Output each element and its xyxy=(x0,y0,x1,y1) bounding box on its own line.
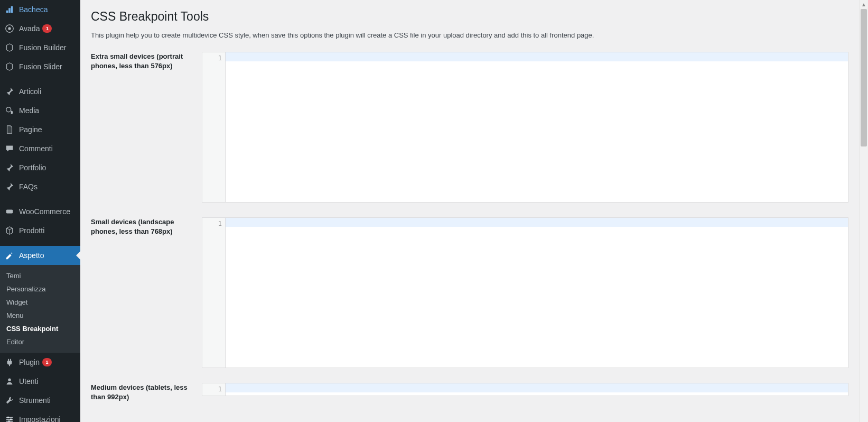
product-icon xyxy=(4,225,15,236)
sidebar-item-pagine[interactable]: Pagine xyxy=(0,120,80,139)
svg-point-9 xyxy=(10,418,12,420)
submenu-item-widget[interactable]: Widget xyxy=(0,296,80,309)
sidebar-item-label: Aspetto xyxy=(19,251,44,260)
sidebar-item-label: Prodotti xyxy=(19,226,44,235)
scroll-down-arrow[interactable]: ▼ xyxy=(860,420,868,422)
svg-point-4 xyxy=(8,379,11,381)
sidebar-item-bacheca[interactable]: Bacheca xyxy=(0,0,80,19)
sidebar-item-label: Commenti xyxy=(19,144,53,153)
sidebar-item-label: Fusion Slider xyxy=(19,62,62,71)
woo-icon xyxy=(4,206,15,217)
pin-icon xyxy=(4,162,15,173)
sidebar-item-label: Pagine xyxy=(19,125,42,134)
scroll-up-arrow[interactable]: ▲ xyxy=(860,0,868,9)
fusion-icon xyxy=(4,42,15,53)
breakpoint-row-md: Medium devices (tablets, less than 992px… xyxy=(91,383,848,402)
breakpoint-label: Extra small devices (portrait phones, le… xyxy=(91,52,202,71)
avada-icon xyxy=(4,23,15,34)
sidebar-item-impostazioni[interactable]: Impostazioni xyxy=(0,410,80,422)
update-badge: 1 xyxy=(42,24,52,33)
submenu-item-css-breakpoint[interactable]: CSS Breakpoint xyxy=(0,322,80,335)
code-gutter: 1 xyxy=(202,52,226,202)
svg-point-2 xyxy=(6,107,11,112)
breakpoint-row-xs: Extra small devices (portrait phones, le… xyxy=(91,52,848,203)
update-badge: 1 xyxy=(42,358,52,366)
sidebar-item-commenti[interactable]: Commenti xyxy=(0,139,80,158)
breakpoint-label: Small devices (landscape phones, less th… xyxy=(91,217,202,236)
users-icon xyxy=(4,376,15,387)
aspetto-submenu: Temi Personalizza Widget Menu CSS Breakp… xyxy=(0,265,80,353)
pin-icon xyxy=(4,181,15,192)
submenu-item-editor[interactable]: Editor xyxy=(0,335,80,348)
sidebar-item-aspetto[interactable]: Aspetto xyxy=(0,246,80,265)
sidebar-item-avada[interactable]: Avada 1 xyxy=(0,19,80,38)
page-description: This plugin help you to create multidevi… xyxy=(91,31,848,39)
settings-icon xyxy=(4,414,15,422)
sidebar-item-utenti[interactable]: Utenti xyxy=(0,372,80,391)
sidebar-item-media[interactable]: Media xyxy=(0,101,80,120)
comment-icon xyxy=(4,143,15,154)
page-icon xyxy=(4,124,15,135)
svg-point-8 xyxy=(7,417,10,419)
sidebar-item-label: Plugin xyxy=(19,358,40,366)
sidebar-item-label: Utenti xyxy=(19,377,39,386)
sidebar-item-label: Bacheca xyxy=(19,5,48,14)
code-editor[interactable]: 1 xyxy=(202,217,848,368)
code-editor[interactable]: 1 xyxy=(202,383,848,396)
code-area[interactable] xyxy=(226,52,848,202)
page-title: CSS Breakpoint Tools xyxy=(91,10,848,24)
admin-sidebar: Bacheca Avada 1 Fusion Builder Fusion Sl… xyxy=(0,0,80,422)
sidebar-item-prodotti[interactable]: Prodotti xyxy=(0,221,80,240)
appearance-icon xyxy=(4,250,15,261)
sidebar-item-label: WooCommerce xyxy=(19,207,70,216)
plugin-icon xyxy=(4,357,15,368)
submenu-item-temi[interactable]: Temi xyxy=(0,269,80,282)
breakpoint-label: Medium devices (tablets, less than 992px… xyxy=(91,383,202,402)
submenu-item-personalizza[interactable]: Personalizza xyxy=(0,282,80,296)
sidebar-item-label: Fusion Builder xyxy=(19,43,67,52)
sidebar-item-label: Portfolio xyxy=(19,163,46,172)
code-area[interactable] xyxy=(226,218,848,368)
sidebar-item-articoli[interactable]: Articoli xyxy=(0,82,80,101)
scroll-thumb[interactable] xyxy=(861,9,867,146)
sidebar-item-label: Strumenti xyxy=(19,396,51,405)
tools-icon xyxy=(4,395,15,406)
sidebar-item-plugin[interactable]: Plugin 1 xyxy=(0,353,80,372)
submenu-item-menu[interactable]: Menu xyxy=(0,309,80,322)
code-area[interactable] xyxy=(226,383,848,396)
sidebar-item-label: Media xyxy=(19,106,39,115)
dashboard-icon xyxy=(4,4,15,15)
svg-point-1 xyxy=(8,27,11,30)
code-gutter: 1 xyxy=(202,218,226,368)
fusion-icon xyxy=(4,61,15,72)
code-editor[interactable]: 1 xyxy=(202,52,848,203)
sidebar-item-fusion-slider[interactable]: Fusion Slider xyxy=(0,57,80,76)
sidebar-item-label: Articoli xyxy=(19,87,41,96)
sidebar-item-label: Avada xyxy=(19,24,40,33)
main-content: CSS Breakpoint Tools This plugin help yo… xyxy=(80,0,859,422)
sidebar-item-fusion-builder[interactable]: Fusion Builder xyxy=(0,38,80,57)
code-gutter: 1 xyxy=(202,383,226,396)
breakpoint-row-sm: Small devices (landscape phones, less th… xyxy=(91,217,848,368)
sidebar-item-label: FAQs xyxy=(19,182,38,191)
pin-icon xyxy=(4,86,15,97)
page-scrollbar[interactable]: ▲ ▼ xyxy=(859,0,868,422)
sidebar-item-strumenti[interactable]: Strumenti xyxy=(0,391,80,410)
sidebar-item-faqs[interactable]: FAQs xyxy=(0,177,80,196)
svg-rect-3 xyxy=(6,209,13,213)
sidebar-item-woocommerce[interactable]: WooCommerce xyxy=(0,202,80,221)
media-icon xyxy=(4,105,15,116)
sidebar-item-portfolio[interactable]: Portfolio xyxy=(0,158,80,177)
sidebar-item-label: Impostazioni xyxy=(19,415,61,422)
